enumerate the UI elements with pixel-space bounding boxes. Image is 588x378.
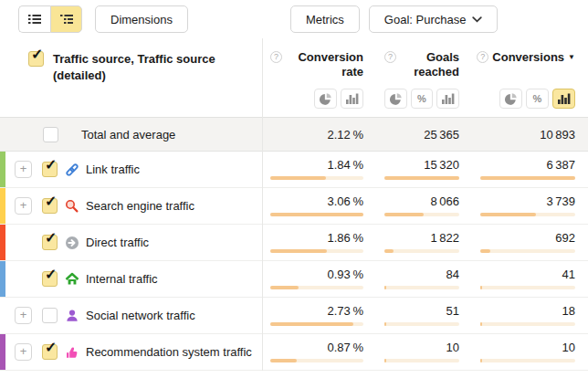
metric-value: 10 (446, 341, 459, 353)
table-row: +✓Direct traffic1.86 %1 822692 (0, 225, 588, 261)
value-bar (270, 249, 363, 253)
help-icon[interactable]: ? (384, 51, 396, 63)
metric-cell-goals-reached: 1 822 (376, 225, 472, 260)
column-conversion-rate: ?Conversion rate (262, 38, 376, 117)
metric-cell-goals-reached: 8 066 (376, 188, 472, 224)
metric-value: 692 (555, 232, 575, 244)
help-icon[interactable]: ? (270, 51, 282, 63)
bar-view-button[interactable] (436, 89, 459, 109)
metric-value: 6 387 (546, 159, 575, 171)
expand-button[interactable]: + (15, 161, 32, 178)
metric-value: 0.93 % (328, 268, 363, 280)
metric-value: 10 (562, 341, 575, 353)
percent-view-button[interactable]: % (526, 89, 549, 109)
total-row-label: Total and average (81, 128, 175, 142)
row-label[interactable]: Internal traffic (86, 272, 158, 286)
bar-view-button[interactable] (341, 89, 363, 109)
bar-chart-icon (557, 92, 572, 105)
row-label[interactable]: Social network traffic (86, 309, 195, 322)
column-header-goals-reached[interactable]: ?Goals reached (384, 50, 459, 80)
row-label[interactable]: Direct traffic (86, 236, 149, 249)
help-icon[interactable]: ? (477, 51, 488, 63)
row-color-strip (0, 152, 5, 187)
row-checkbox[interactable]: ✓ (42, 271, 58, 287)
column-tools: % (480, 89, 575, 109)
check-icon: ✓ (45, 156, 57, 173)
row-dimension-cell: +✓Internal traffic (0, 261, 262, 297)
row-checkbox[interactable]: ✓ (42, 198, 58, 214)
pie-view-button[interactable] (314, 89, 337, 109)
row-color-strip (0, 188, 5, 224)
tree-icon (59, 12, 74, 26)
pie-chart-icon (319, 92, 332, 106)
pie-chart-icon (504, 92, 518, 106)
list-view-button[interactable] (18, 5, 50, 33)
toolbar: Dimensions Metrics Goal: Purchase (0, 0, 588, 38)
column-header-label: Goals reached (400, 50, 459, 80)
bar-view-button[interactable] (552, 89, 575, 109)
check-icon: ✓ (31, 46, 43, 63)
goal-selector[interactable]: Goal: Purchase (369, 5, 499, 33)
metric-cell-conversions: 18 (472, 298, 588, 333)
social-person-icon (65, 309, 79, 323)
pie-view-button[interactable] (384, 89, 407, 109)
dimensions-button[interactable]: Dimensions (95, 5, 188, 33)
metric-value: 1.84 % (328, 159, 363, 171)
table-row: +Social network traffic2.73 %5118 (0, 298, 588, 334)
column-header-conversion-rate[interactable]: ?Conversion rate (270, 50, 363, 80)
value-bar (480, 359, 575, 362)
home-icon (65, 272, 79, 287)
total-goals-reached: 25 365 (376, 118, 472, 151)
column-tools (270, 89, 363, 109)
row-label[interactable]: Link traffic (86, 163, 140, 176)
metric-cell-goals-reached: 10 (376, 334, 472, 370)
metric-cell-goals-reached: 84 (376, 261, 472, 297)
dimension-header-label: Traffic source, Traffic source (detailed… (53, 51, 249, 83)
row-dimension-cell: +Social network traffic (0, 298, 262, 333)
row-dimension-cell: +✓Search engine traffic (0, 188, 262, 224)
value-bar (270, 213, 363, 216)
metric-value: 84 (446, 268, 459, 280)
metric-cell-conversions: 10 (472, 334, 588, 370)
metric-cell-conversions: 692 (472, 225, 588, 260)
value-bar (270, 176, 363, 180)
view-toggle (18, 5, 82, 33)
metric-value: 3.06 % (328, 195, 363, 207)
metric-cell-conversion-rate: 2.73 % (262, 298, 376, 333)
select-all-checkbox[interactable]: ✓ (28, 51, 44, 67)
total-row-checkbox[interactable] (43, 127, 58, 142)
table-row: +✓Internal traffic0.93 %8441 (0, 261, 588, 298)
search-icon (65, 199, 79, 214)
metric-cell-conversion-rate: 1.84 % (262, 152, 376, 187)
total-row: Total and average 2.12 % 25 365 10 893 (0, 118, 588, 152)
expand-button[interactable]: + (15, 197, 32, 215)
analytics-report: Dimensions Metrics Goal: Purchase ✓ Traf… (0, 0, 588, 378)
expand-button[interactable]: + (15, 307, 32, 324)
column-header-label: Conversion rate (286, 50, 363, 80)
percent-view-button[interactable]: % (411, 89, 434, 109)
pie-view-button[interactable] (499, 89, 522, 109)
value-bar (384, 359, 459, 362)
expand-button[interactable]: + (15, 343, 32, 361)
metrics-button[interactable]: Metrics (290, 5, 360, 33)
goal-selector-label: Goal: Purchase (384, 13, 467, 26)
value-bar (270, 322, 363, 326)
row-checkbox[interactable]: ✓ (42, 235, 58, 250)
metric-cell-conversion-rate: 3.06 % (262, 188, 376, 224)
row-label[interactable]: Search engine traffic (86, 199, 194, 213)
column-goals-reached: ?Goals reached% (376, 38, 472, 117)
row-label[interactable]: Recommendation system traffic (86, 345, 252, 359)
row-dimension-cell: +✓Recommendation system traffic (0, 334, 262, 370)
value-bar (384, 286, 459, 289)
metric-value: 41 (562, 268, 575, 280)
row-checkbox[interactable]: ✓ (42, 162, 58, 177)
tree-view-button[interactable] (50, 5, 82, 33)
column-header-conversions[interactable]: ?Conversions▼ (480, 50, 575, 65)
metric-value: 15 320 (424, 159, 459, 171)
bar-chart-icon (441, 92, 456, 105)
table-body: +✓Link traffic1.84 %15 3206 387+✓Search … (0, 152, 588, 371)
row-checkbox[interactable]: ✓ (42, 344, 58, 360)
row-checkbox[interactable] (42, 308, 58, 323)
metric-cell-goals-reached: 51 (376, 298, 472, 333)
metric-value: 3 739 (546, 195, 575, 207)
